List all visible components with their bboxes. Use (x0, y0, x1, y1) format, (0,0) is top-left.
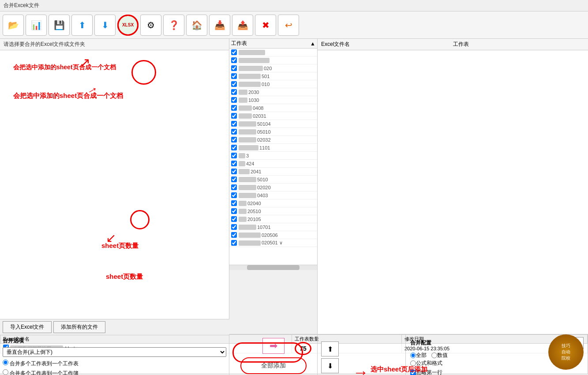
sheet-check-19[interactable] (231, 192, 237, 198)
result-list-area (318, 50, 588, 334)
add-arrow-btn[interactable]: ➡ (262, 338, 285, 354)
config-checkbox-ignore-first[interactable]: 忽略第一行 (410, 369, 584, 375)
sheet-item-7[interactable]: 1030 (229, 96, 317, 104)
sheet-item-20[interactable]: 02040 (229, 199, 317, 207)
sheet-item-8[interactable]: 0408 (229, 104, 317, 112)
merge-config-title: 合并配置 (410, 339, 431, 347)
sheet-item-13[interactable]: 1101 (229, 144, 317, 152)
sheet-item-14[interactable]: 3 (229, 152, 317, 160)
sheet-check-3[interactable] (231, 65, 237, 71)
toolbar-btn-down[interactable]: ⬇ (94, 15, 116, 36)
sheet-check-7[interactable] (231, 97, 237, 103)
annotation-sheet-merge: 会把选中添加的sheet页合成一个文档 (13, 64, 116, 71)
result-col-sheet: 工作表 (453, 41, 585, 48)
annotation-arrow-xlsx: ↗ (79, 55, 90, 70)
import-excel-btn[interactable]: 导入Excel文件 (3, 321, 52, 333)
sheet-check-6[interactable] (231, 89, 237, 95)
option-merge-workbook[interactable]: 合并多个工作表到一个工作簿 (3, 369, 226, 375)
left-panel-header: 请选择要合并的Excel文件或文件夹 (0, 39, 229, 50)
sheet-item-23[interactable]: 10701 (229, 223, 317, 231)
sheet-check-10[interactable] (231, 121, 237, 127)
sheet-item-12[interactable]: 02032 (229, 136, 317, 144)
sheet-item-24[interactable]: 020506 (229, 231, 317, 239)
toolbar-btn-open[interactable]: 📂 (3, 15, 24, 36)
toolbar-btn-back[interactable]: ↩ (278, 15, 299, 36)
sheet-check-2[interactable] (231, 57, 237, 63)
sheet-check-1[interactable] (231, 49, 237, 55)
add-all-files-btn[interactable]: 添加所有的文件 (53, 321, 105, 333)
add-all-button[interactable]: 全部添加 (240, 357, 307, 374)
sheet-item-19[interactable]: 0403 (229, 191, 317, 199)
sheet-check-18[interactable] (231, 184, 237, 190)
toolbar-btn-home[interactable]: 🏠 (186, 15, 207, 36)
sheet-check-11[interactable] (231, 129, 237, 135)
sheet-item-6[interactable]: 2030 (229, 88, 317, 96)
sheet-item-5[interactable]: 010 (229, 80, 317, 88)
sheet-item-16[interactable]: 2041 (229, 168, 317, 176)
toolbar: 📂 📊 💾 ⬆ ⬇ XLSX ⚙ ❓ 🏠 📥 📤 ✖ ↩ (0, 11, 588, 39)
middle-panel-header: 工作表 ▲ (229, 39, 317, 49)
annot-sheet-count: sheet页数量 (101, 242, 139, 250)
sheet-item-3[interactable]: 020 (229, 64, 317, 72)
sheet-check-22[interactable] (231, 216, 237, 222)
annot-arrow-add-all: → (353, 363, 369, 375)
result-col-filename: Excel文件名 (321, 41, 453, 48)
toolbar-btn-excel[interactable]: 📊 (26, 15, 47, 36)
sheet-item-9[interactable]: 02031 (229, 112, 317, 120)
sheet-item-10[interactable]: 50104 (229, 120, 317, 128)
toolbar-btn-import[interactable]: 📥 (209, 15, 230, 36)
sheet-item-18[interactable]: 02020 (229, 184, 317, 191)
sheet-check-8[interactable] (231, 105, 237, 111)
sheet-check-24[interactable] (231, 232, 237, 238)
controls-section: 合并选项 垂直合并(从上倒下) 合并多个工作表到一个工作表 合并多个工作表到一个… (0, 334, 588, 375)
sheet-check-5[interactable] (231, 81, 237, 87)
down-btn[interactable]: ⬇ (321, 358, 339, 373)
merge-options-title: 合并选项 (3, 337, 226, 345)
middle-header-label: 工作表 (231, 40, 247, 47)
sheet-check-21[interactable] (231, 208, 237, 214)
toolbar-btn-settings[interactable]: ⚙ (140, 15, 161, 36)
sheet-count-annotation: sheet页数量 (106, 273, 143, 281)
title-bar: 合并Excek文件 (0, 0, 588, 11)
option-merge-sheets[interactable]: 合并多个工作表到一个工作表 (3, 360, 226, 368)
sheet-check-23[interactable] (231, 224, 237, 230)
middle-sheet-panel: 工作表 ▲ 020 (229, 39, 318, 334)
toolbar-btn-delete[interactable]: ✖ (255, 15, 276, 36)
toolbar-btn-save[interactable]: 💾 (49, 15, 70, 36)
right-result-panel: Excel文件名 工作表 (318, 39, 588, 334)
merge-direction-dropdown[interactable]: 垂直合并(从上倒下) (3, 347, 226, 357)
sheet-check-15[interactable] (231, 161, 237, 166)
sheet-item-21[interactable]: 20510 (229, 207, 317, 215)
toolbar-btn-export[interactable]: 📤 (232, 15, 253, 36)
watermark-badge: 技巧 自动 院校 (548, 334, 584, 370)
main-content: 请选择要合并的Excel文件或文件夹 会把选中添加的sheet页合成一个文档 ↗… (0, 39, 588, 374)
sheet-check-13[interactable] (231, 145, 237, 150)
sheet-item-22[interactable]: 20105 (229, 215, 317, 223)
scroll-up-btn[interactable]: ▲ (310, 41, 315, 47)
sheet-item-4[interactable]: 501 (229, 72, 317, 80)
sheet-item-11[interactable]: 05010 (229, 128, 317, 136)
sheet-item-17[interactable]: 5010 (229, 176, 317, 184)
sheet-list-area: 020 501 010 2030 (229, 49, 317, 265)
sheet-check-17[interactable] (231, 176, 237, 182)
sheet-check-9[interactable] (231, 113, 237, 119)
sheet-check-20[interactable] (231, 200, 237, 206)
toolbar-btn-help[interactable]: ❓ (163, 15, 184, 36)
sheet-item-1[interactable] (229, 49, 317, 56)
toolbar-btn-xlsx[interactable]: XLSX (117, 15, 139, 36)
sheet-check-16[interactable] (231, 169, 237, 174)
sheet-item-25[interactable]: 020501 ∨ (229, 239, 317, 247)
up-btn[interactable]: ⬆ (321, 341, 339, 356)
sheet-item-2[interactable] (229, 56, 317, 64)
config-radio-value[interactable]: 数值 (431, 352, 448, 359)
app-title: 合并Excek文件 (4, 2, 39, 8)
toolbar-btn-up[interactable]: ⬆ (71, 15, 93, 36)
sheet-check-4[interactable] (231, 73, 237, 79)
sheet-check-25[interactable] (231, 240, 237, 246)
config-radio-all[interactable]: 全部 (410, 352, 427, 359)
sheet-check-12[interactable] (231, 137, 237, 142)
annot-add-all-text: 选中sheet页后添加 (371, 365, 427, 374)
sheet-item-15[interactable]: 424 (229, 160, 317, 168)
sheet-check-14[interactable] (231, 153, 237, 158)
middle-scrollbar-h (229, 265, 317, 270)
